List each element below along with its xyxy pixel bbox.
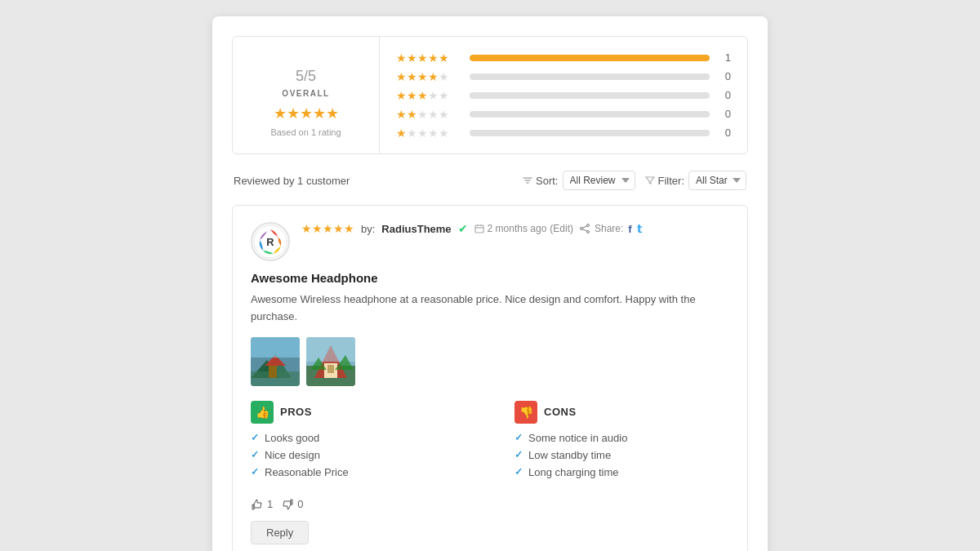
pros-header: 👍 PROS bbox=[251, 401, 466, 424]
check-icon-c2: ✓ bbox=[514, 449, 523, 460]
review-controls: Reviewed by 1 customer Sort: All Review … bbox=[232, 171, 748, 190]
vote-down-button[interactable]: 0 bbox=[281, 498, 303, 511]
svg-rect-18 bbox=[251, 337, 300, 358]
cons-item-1: ✓Some notice in audio bbox=[514, 432, 729, 444]
pros-list: ✓Looks good ✓Nice design ✓Reasonable Pri… bbox=[251, 432, 466, 478]
review-image-1[interactable] bbox=[251, 337, 300, 386]
pros-section: 👍 PROS ✓Looks good ✓Nice design ✓Reasona… bbox=[251, 401, 466, 483]
calendar-icon bbox=[474, 224, 484, 233]
edit-link[interactable]: (Edit) bbox=[550, 223, 573, 234]
vote-up-button[interactable]: 1 bbox=[251, 498, 273, 511]
bar-stars-3: ★★★★★ bbox=[396, 89, 461, 102]
bar-stars-5: ★★★★★ bbox=[396, 51, 461, 64]
review-meta: ★★★★★ by: RadiusTheme ✔ 2 months ago (Ed… bbox=[301, 222, 729, 235]
bar-row-1: ★★★★★ 0 bbox=[396, 127, 731, 140]
vote-down-count: 0 bbox=[297, 498, 303, 510]
check-icon-3: ✓ bbox=[251, 466, 259, 478]
share-icon bbox=[580, 224, 590, 233]
bar-row-2: ★★★★★ 0 bbox=[396, 108, 731, 121]
sort-group: Sort: All Review bbox=[523, 171, 635, 190]
filter-select[interactable]: All Star bbox=[688, 171, 746, 190]
vote-group: 1 0 bbox=[251, 498, 729, 511]
review-stars: ★★★★★ bbox=[301, 222, 354, 235]
review-header: R ★★★★★ by: RadiusTheme ✔ 2 months ago (… bbox=[251, 222, 729, 261]
thumbs-up-icon: 👍 bbox=[256, 406, 270, 419]
sort-select[interactable]: All Review bbox=[563, 171, 635, 190]
pros-item-1: ✓Looks good bbox=[251, 432, 466, 444]
bar-row-5: ★★★★★ 1 bbox=[396, 51, 731, 64]
radius-logo-svg: R bbox=[252, 222, 288, 261]
bar-row-4: ★★★★★ 0 bbox=[396, 70, 731, 83]
vote-up-count: 1 bbox=[267, 498, 273, 510]
pros-item-2: ✓Nice design bbox=[251, 449, 466, 461]
sort-label: Sort: bbox=[523, 175, 558, 187]
score-number: 5 bbox=[296, 68, 304, 84]
thumbs-down-icon: 👎 bbox=[519, 406, 533, 419]
review-title: Awesome Headphone bbox=[251, 271, 729, 285]
bar-stars-1: ★★★★★ bbox=[396, 127, 461, 140]
share-label: Share: bbox=[595, 223, 623, 234]
review-image-2[interactable] bbox=[306, 337, 355, 386]
reviewed-by-text: Reviewed by 1 customer bbox=[234, 175, 350, 187]
bar-track-4 bbox=[470, 73, 710, 80]
rating-summary: 5/5 OVERALL ★★★★★ Based on 1 rating ★★★★… bbox=[232, 36, 748, 154]
date-info: 2 months ago (Edit) bbox=[474, 223, 573, 234]
svg-text:R: R bbox=[266, 236, 274, 248]
share-group: Share: f 𝕥 bbox=[580, 223, 642, 235]
bar-stars-2: ★★★★★ bbox=[396, 108, 461, 121]
sort-filter-group: Sort: All Review Filter: All Star bbox=[523, 171, 746, 190]
filter-icon bbox=[645, 176, 655, 185]
score-denom: /5 bbox=[304, 68, 316, 84]
avatar: R bbox=[251, 222, 290, 261]
review-widget: 5/5 OVERALL ★★★★★ Based on 1 rating ★★★★… bbox=[212, 16, 768, 551]
bars-box: ★★★★★ 1 ★★★★★ 0 ★★★★★ 0 bbox=[380, 37, 747, 153]
pros-cons: 👍 PROS ✓Looks good ✓Nice design ✓Reasona… bbox=[251, 401, 729, 483]
check-icon-c3: ✓ bbox=[514, 466, 523, 478]
cons-icon-box: 👎 bbox=[514, 401, 537, 424]
pros-icon-box: 👍 bbox=[251, 401, 274, 424]
bar-count-5: 1 bbox=[718, 51, 731, 64]
overall-stars: ★★★★★ bbox=[274, 104, 339, 122]
bar-track-2 bbox=[470, 111, 710, 118]
svg-rect-16 bbox=[269, 366, 277, 378]
filter-group: Filter: All Star bbox=[645, 171, 747, 190]
cons-header: 👎 CONS bbox=[514, 401, 729, 424]
by-label: by: bbox=[361, 223, 375, 235]
reply-button[interactable]: Reply bbox=[251, 521, 309, 544]
filter-label: Filter: bbox=[645, 175, 685, 187]
bar-count-4: 0 bbox=[718, 70, 731, 82]
bar-fill-5 bbox=[470, 55, 710, 61]
thumbs-down-vote-icon bbox=[281, 498, 294, 511]
cons-item-2: ✓Low standby time bbox=[514, 449, 729, 461]
bar-track-1 bbox=[470, 130, 710, 136]
svg-rect-23 bbox=[327, 365, 334, 373]
cons-title: CONS bbox=[544, 406, 577, 418]
bar-track-5 bbox=[470, 55, 710, 61]
review-text: Awesome Wireless headphone at a reasonab… bbox=[251, 291, 729, 326]
svg-point-8 bbox=[580, 228, 582, 230]
svg-line-11 bbox=[582, 229, 586, 231]
svg-point-9 bbox=[586, 231, 589, 233]
review-images bbox=[251, 337, 729, 386]
check-icon-2: ✓ bbox=[251, 449, 259, 460]
overall-box: 5/5 OVERALL ★★★★★ Based on 1 rating bbox=[233, 37, 380, 153]
bar-stars-4: ★★★★★ bbox=[396, 70, 461, 83]
bar-row-3: ★★★★★ 0 bbox=[396, 89, 731, 102]
overall-label: OVERALL bbox=[282, 89, 329, 98]
twitter-share-link[interactable]: 𝕥 bbox=[637, 223, 642, 235]
svg-point-7 bbox=[586, 224, 589, 227]
sort-icon bbox=[523, 176, 532, 185]
svg-line-10 bbox=[582, 226, 586, 228]
bar-count-2: 0 bbox=[718, 108, 731, 120]
author-name: RadiusTheme bbox=[381, 223, 451, 235]
overall-score: 5/5 bbox=[296, 53, 316, 86]
based-on: Based on 1 rating bbox=[270, 127, 341, 137]
review-meta-top: ★★★★★ by: RadiusTheme ✔ 2 months ago (Ed… bbox=[301, 222, 729, 235]
pros-title: PROS bbox=[280, 406, 312, 418]
svg-rect-24 bbox=[306, 337, 355, 362]
verified-icon: ✔ bbox=[458, 222, 468, 235]
check-icon-1: ✓ bbox=[251, 432, 259, 443]
pros-item-3: ✓Reasonable Price bbox=[251, 466, 466, 478]
review-card: R ★★★★★ by: RadiusTheme ✔ 2 months ago (… bbox=[232, 205, 748, 551]
facebook-share-link[interactable]: f bbox=[628, 223, 631, 235]
